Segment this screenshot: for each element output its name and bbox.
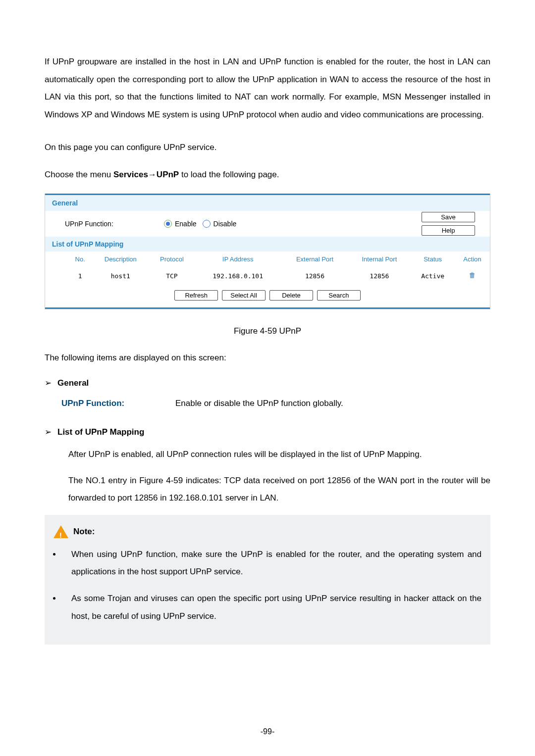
radio-checked-icon bbox=[164, 220, 172, 228]
following-items-text: The following items are displayed on thi… bbox=[45, 349, 490, 367]
note-box: Note: When using UPnP function, make sur… bbox=[45, 515, 490, 645]
cell-status: Active bbox=[411, 267, 455, 285]
th-status: Status bbox=[411, 252, 455, 267]
table-action-buttons: Refresh Select All Delete Search bbox=[45, 285, 490, 309]
upnp-function-field-label: UPnP Function: bbox=[61, 395, 175, 412]
choose-prefix: Choose the menu bbox=[45, 170, 113, 179]
figure-caption: Figure 4-59 UPnP bbox=[45, 326, 490, 336]
warning-icon bbox=[54, 525, 68, 538]
cell-internal-port: 12856 bbox=[348, 267, 411, 285]
enable-radio-label: Enable bbox=[175, 220, 197, 228]
note-item-1: When using UPnP function, make sure the … bbox=[61, 546, 482, 581]
disable-radio-label: Disable bbox=[214, 220, 237, 228]
arrow-icon: ➢ bbox=[45, 378, 52, 388]
choose-suffix: to load the following page. bbox=[179, 170, 279, 179]
trash-icon[interactable] bbox=[468, 274, 477, 281]
upnp-mapping-table: No. Description Protocol IP Address Exte… bbox=[45, 252, 490, 285]
upnp-function-field-desc: Enable or disable the UPnP function glob… bbox=[175, 395, 343, 412]
note-item-2: As some Trojan and viruses can open the … bbox=[61, 590, 482, 625]
disable-radio[interactable]: Disable bbox=[203, 220, 237, 228]
intro-paragraph: If UPnP groupware are installed in the h… bbox=[45, 53, 490, 124]
cell-external-port: 12856 bbox=[282, 267, 348, 285]
select-all-button[interactable]: Select All bbox=[222, 290, 266, 301]
table-row[interactable]: 1 host1 TCP 192.168.0.101 12856 12856 Ac… bbox=[45, 267, 490, 285]
arrow-icon: ➢ bbox=[45, 427, 52, 437]
page-number: -99- bbox=[0, 727, 535, 736]
list-paragraph-1: After UPnP is enabled, all UPnP connecti… bbox=[68, 446, 490, 463]
cell-no: 1 bbox=[69, 267, 91, 285]
table-header-row: No. Description Protocol IP Address Exte… bbox=[45, 252, 490, 267]
cell-protocol: TCP bbox=[150, 267, 194, 285]
choose-menu-bold: Services→UPnP bbox=[113, 170, 179, 179]
radio-empty-icon bbox=[203, 220, 211, 228]
help-button[interactable]: Help bbox=[422, 225, 475, 236]
th-internal-port: Internal Port bbox=[348, 252, 411, 267]
list-heading-label: List of UPnP Mapping bbox=[57, 427, 144, 437]
general-section-header: General bbox=[45, 194, 490, 211]
th-action: Action bbox=[455, 252, 490, 267]
save-button[interactable]: Save bbox=[422, 212, 475, 222]
list-section-header: List of UPnP Mapping bbox=[45, 237, 490, 252]
th-protocol: Protocol bbox=[150, 252, 194, 267]
config-paragraph: On this page you can configure UPnP serv… bbox=[45, 139, 490, 156]
list-heading: ➢List of UPnP Mapping bbox=[45, 427, 490, 437]
delete-button[interactable]: Delete bbox=[269, 290, 313, 301]
cell-ip: 192.168.0.101 bbox=[194, 267, 282, 285]
search-button[interactable]: Search bbox=[317, 290, 361, 301]
th-external-port: External Port bbox=[282, 252, 348, 267]
general-heading: ➢General bbox=[45, 378, 490, 388]
upnp-function-label: UPnP Function: bbox=[65, 220, 164, 228]
choose-menu-line: Choose the menu Services→UPnP to load th… bbox=[45, 166, 490, 184]
list-paragraph-2: The NO.1 entry in Figure 4-59 indicates:… bbox=[68, 472, 490, 507]
th-no: No. bbox=[69, 252, 91, 267]
th-ip-address: IP Address bbox=[194, 252, 282, 267]
upnp-config-panel: General UPnP Function: Enable Disable Sa… bbox=[45, 194, 490, 309]
enable-radio[interactable]: Enable bbox=[164, 220, 197, 228]
cell-description: host1 bbox=[91, 267, 150, 285]
general-heading-label: General bbox=[57, 378, 89, 388]
th-description: Description bbox=[91, 252, 150, 267]
refresh-button[interactable]: Refresh bbox=[174, 290, 218, 301]
note-label: Note: bbox=[73, 523, 95, 541]
cell-action bbox=[455, 267, 490, 285]
